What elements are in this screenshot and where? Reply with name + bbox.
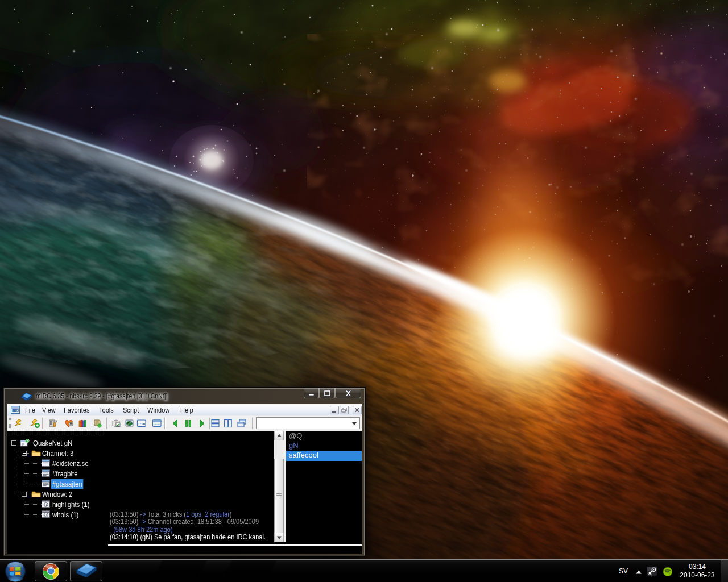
svg-text:@: @ (43, 502, 48, 508)
svg-text:@: @ (43, 512, 48, 518)
svg-text:1:10: 1:10 (138, 422, 146, 426)
